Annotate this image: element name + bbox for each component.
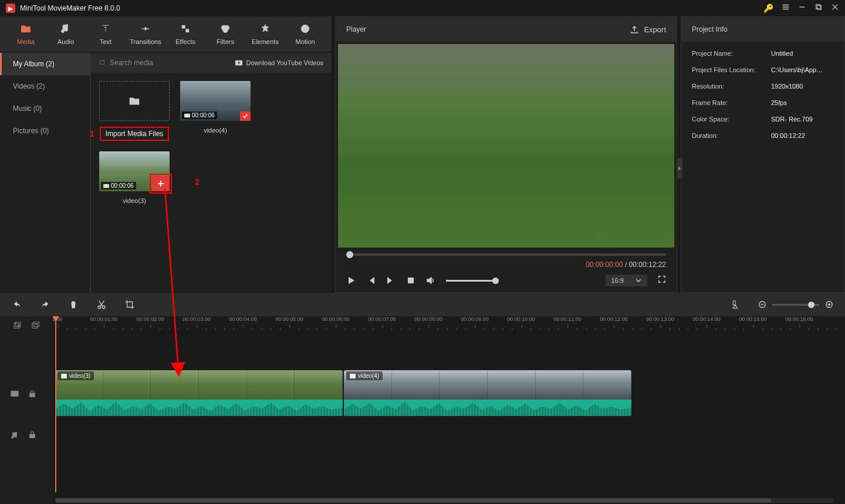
tab-filters[interactable]: Filters bbox=[205, 16, 245, 52]
folder-icon bbox=[128, 94, 141, 107]
lock-icon[interactable] bbox=[28, 431, 36, 439]
svg-rect-3 bbox=[186, 29, 189, 32]
duration-label: Duration: bbox=[692, 132, 771, 139]
tab-effects[interactable]: Effects bbox=[165, 16, 205, 52]
current-time: 00:00:00:00 bbox=[586, 261, 623, 269]
project-location-value: C:\Users\bj\App… bbox=[771, 66, 823, 73]
tab-text-label: Text bbox=[100, 38, 111, 45]
search-input[interactable]: Search media bbox=[99, 59, 235, 67]
svg-rect-12 bbox=[408, 278, 414, 283]
tab-elements-label: Elements bbox=[252, 38, 279, 45]
tab-media[interactable]: Media bbox=[6, 16, 46, 52]
framerate-value: 25fps bbox=[771, 99, 787, 106]
play-button[interactable] bbox=[346, 276, 356, 285]
marker-button[interactable] bbox=[730, 299, 741, 310]
minimize-button[interactable] bbox=[798, 3, 806, 13]
sidebar-item-pictures[interactable]: Pictures (0) bbox=[0, 120, 90, 142]
tab-text[interactable]: Text bbox=[86, 16, 126, 52]
svg-rect-23 bbox=[30, 434, 35, 438]
media-item-video3[interactable]: 00:00:06 video(3) bbox=[99, 151, 170, 204]
player-preview[interactable] bbox=[338, 44, 674, 248]
undo-button[interactable] bbox=[12, 299, 22, 310]
close-button[interactable] bbox=[831, 3, 839, 13]
search-icon bbox=[99, 59, 106, 66]
remove-track-button[interactable] bbox=[32, 322, 40, 330]
next-frame-button[interactable] bbox=[386, 276, 396, 285]
export-label: Export bbox=[644, 25, 666, 34]
add-track-button[interactable] bbox=[13, 322, 22, 330]
annotation-1: 1 bbox=[90, 129, 94, 138]
import-media-label: Import Media Files bbox=[100, 127, 170, 141]
svg-rect-0 bbox=[816, 5, 820, 9]
svg-rect-22 bbox=[30, 393, 35, 397]
tab-elements[interactable]: Elements bbox=[245, 16, 285, 52]
project-info-panel: Project Info Project Name:Untitled Proje… bbox=[681, 16, 845, 293]
tab-motion-label: Motion bbox=[295, 38, 315, 45]
zoom-in-button[interactable] bbox=[825, 300, 833, 309]
top-tab-strip: Media Audio Text Transitions Effects Fil… bbox=[0, 16, 332, 53]
zoom-slider[interactable] bbox=[772, 304, 819, 306]
add-to-timeline-button[interactable] bbox=[152, 176, 170, 191]
svg-rect-11 bbox=[103, 184, 109, 187]
media-item-video4[interactable]: 00:00:06 video(4) bbox=[180, 81, 251, 141]
audio-track-icon bbox=[11, 431, 19, 439]
colorspace-value: SDR- Rec.709 bbox=[771, 116, 813, 123]
media-item-label: video(3) bbox=[123, 197, 146, 204]
timeline-clip-video3[interactable]: video(3) bbox=[55, 370, 343, 416]
volume-slider[interactable] bbox=[446, 280, 499, 282]
import-media-tile[interactable]: Import Media Files bbox=[99, 81, 170, 141]
timeline-ruler[interactable]: 0:0000:00:01:0000:00:02:0000:00:03:0000:… bbox=[53, 316, 845, 335]
media-sidebar: My Album (2) Videos (2) Music (0) Pictur… bbox=[0, 53, 91, 293]
collapse-panel-button[interactable] bbox=[677, 158, 682, 179]
clip-label: video(3) bbox=[69, 373, 90, 379]
export-icon bbox=[630, 25, 639, 34]
project-info-title: Project Info bbox=[681, 17, 844, 42]
tab-filters-label: Filters bbox=[217, 38, 234, 45]
menu-icon[interactable] bbox=[782, 3, 790, 13]
prev-frame-button[interactable] bbox=[366, 276, 376, 285]
svg-point-14 bbox=[102, 306, 105, 309]
player-panel: Player Export 00:00:00:00 / 00:00:12:22 bbox=[335, 16, 677, 293]
timeline-clip-video4[interactable]: video(4) bbox=[344, 370, 631, 416]
youtube-icon bbox=[235, 59, 243, 67]
aspect-ratio-label: 16:9 bbox=[611, 277, 624, 284]
lock-icon[interactable] bbox=[28, 390, 36, 398]
sidebar-item-videos[interactable]: Videos (2) bbox=[0, 75, 90, 97]
export-button[interactable]: Export bbox=[630, 25, 666, 34]
volume-icon[interactable] bbox=[426, 276, 435, 285]
resolution-label: Resolution: bbox=[692, 83, 771, 90]
key-icon[interactable]: 🔑 bbox=[763, 4, 773, 13]
resolution-value: 1920x1080 bbox=[771, 83, 803, 90]
stop-button[interactable] bbox=[406, 276, 415, 285]
svg-rect-1 bbox=[817, 5, 821, 9]
crop-button[interactable] bbox=[124, 299, 135, 310]
duration-value: 00:00:12:22 bbox=[771, 132, 805, 139]
svg-point-13 bbox=[98, 306, 101, 309]
timeline-h-scrollbar[interactable] bbox=[55, 498, 833, 503]
svg-point-7 bbox=[301, 25, 309, 32]
player-title: Player bbox=[346, 25, 630, 33]
maximize-button[interactable] bbox=[814, 3, 823, 13]
download-youtube-button[interactable]: Download YouTube Videos bbox=[235, 59, 324, 67]
tab-motion[interactable]: Motion bbox=[285, 16, 325, 52]
project-name-value: Untitled bbox=[771, 50, 793, 57]
delete-button[interactable] bbox=[68, 299, 79, 310]
time-display: 00:00:00:00 / 00:00:12:22 bbox=[346, 261, 666, 269]
fullscreen-button[interactable] bbox=[658, 275, 666, 286]
player-scrubber[interactable] bbox=[346, 253, 666, 256]
zoom-out-button[interactable] bbox=[758, 300, 766, 309]
annotation-2: 2 bbox=[195, 177, 200, 187]
project-location-label: Project Files Location: bbox=[692, 66, 771, 73]
colorspace-label: Color Space: bbox=[692, 116, 771, 123]
aspect-ratio-select[interactable]: 16:9 bbox=[606, 275, 647, 286]
cut-button[interactable] bbox=[96, 299, 107, 310]
tab-effects-label: Effects bbox=[175, 38, 195, 45]
redo-button[interactable] bbox=[40, 299, 50, 310]
sidebar-item-myalbum[interactable]: My Album (2) bbox=[0, 53, 90, 75]
tab-audio[interactable]: Audio bbox=[46, 16, 86, 52]
sidebar-item-music[interactable]: Music (0) bbox=[0, 97, 90, 120]
media-toolbar: Search media Download YouTube Videos bbox=[91, 53, 332, 73]
timeline-toolbar bbox=[0, 293, 845, 316]
tab-transitions[interactable]: Transitions bbox=[126, 16, 165, 52]
playhead[interactable] bbox=[55, 316, 56, 492]
